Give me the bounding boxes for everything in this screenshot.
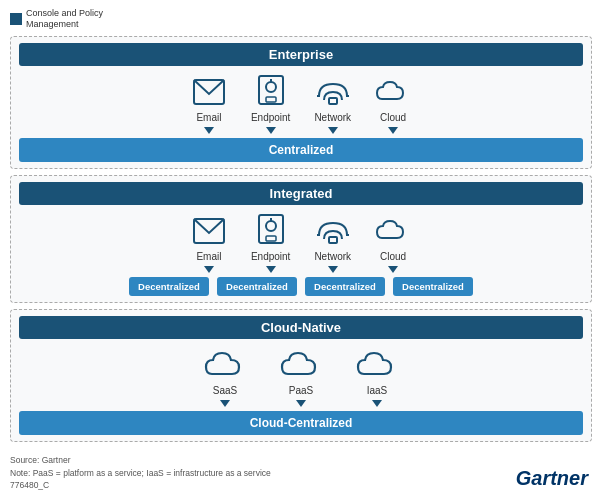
int-email-icon-item: Email [191, 213, 227, 273]
cloud-label: Cloud [380, 112, 406, 123]
enterprise-bottom-bar: Centralized [19, 138, 583, 162]
enterprise-section: Enterprise Email [10, 36, 592, 169]
decentral-btn-0: Decentralized [129, 277, 209, 296]
svg-rect-13 [329, 237, 337, 243]
endpoint-icon [253, 74, 289, 110]
iaas-icon-item: IaaS [359, 347, 395, 407]
paas-arrow [296, 400, 306, 407]
svg-rect-5 [329, 98, 337, 104]
paas-icon-item: PaaS [283, 347, 319, 407]
gartner-logo: Gartner [516, 467, 588, 490]
int-email-label: Email [196, 251, 221, 262]
network-icon [315, 74, 351, 110]
network-label: Network [314, 112, 351, 123]
svg-rect-12 [266, 236, 276, 241]
paas-cloud-icon [283, 347, 319, 383]
footer-note: Note: PaaS = platform as a service; IaaS… [10, 467, 592, 480]
network-arrow [328, 127, 338, 134]
int-network-icon-item: Network [314, 213, 351, 273]
iaas-arrow [372, 400, 382, 407]
svg-point-10 [266, 221, 276, 231]
integrated-header: Integrated [19, 182, 583, 205]
legend: Console and PolicyManagement [10, 8, 592, 30]
integrated-icons-row: Email Endpoint [19, 213, 583, 273]
int-endpoint-icon [253, 213, 289, 249]
int-cloud-icon [375, 213, 411, 249]
legend-label: Console and PolicyManagement [26, 8, 103, 30]
cloud-native-bottom-bar: Cloud-Centralized [19, 411, 583, 435]
legend-box [10, 13, 22, 25]
email-arrow [204, 127, 214, 134]
int-network-arrow [328, 266, 338, 273]
endpoint-icon-item: Endpoint [251, 74, 290, 134]
cloud-icon [375, 74, 411, 110]
int-cloud-icon-item: Cloud [375, 213, 411, 273]
cloud-native-section: Cloud-Native SaaS [10, 309, 592, 442]
svg-point-2 [266, 82, 276, 92]
endpoint-label: Endpoint [251, 112, 290, 123]
page-wrapper: Console and PolicyManagement Enterprise … [0, 0, 602, 500]
int-endpoint-label: Endpoint [251, 251, 290, 262]
iaas-label: IaaS [367, 385, 388, 396]
int-endpoint-arrow [266, 266, 276, 273]
int-cloud-arrow [388, 266, 398, 273]
svg-rect-4 [266, 97, 276, 102]
int-cloud-label: Cloud [380, 251, 406, 262]
email-icon [191, 74, 227, 110]
enterprise-icons-row: Email Endpoint [19, 74, 583, 134]
email-label: Email [196, 112, 221, 123]
saas-arrow [220, 400, 230, 407]
cloud-native-header: Cloud-Native [19, 316, 583, 339]
cloud-icon-item: Cloud [375, 74, 411, 134]
decentral-btn-2: Decentralized [305, 277, 385, 296]
cloud-native-icons-row: SaaS PaaS [19, 347, 583, 407]
integrated-section: Integrated Email [10, 175, 592, 303]
sections-container: Enterprise Email [10, 36, 592, 448]
footer-code: 776480_C [10, 479, 592, 492]
decentral-btn-3: Decentralized [393, 277, 473, 296]
footer: Source: Gartner Note: PaaS = platform as… [10, 454, 592, 492]
email-icon-item: Email [191, 74, 227, 134]
saas-icon-item: SaaS [207, 347, 243, 407]
decentral-row: Decentralized Decentralized Decentralize… [19, 277, 583, 296]
decentral-btn-1: Decentralized [217, 277, 297, 296]
int-email-arrow [204, 266, 214, 273]
enterprise-header: Enterprise [19, 43, 583, 66]
int-email-icon [191, 213, 227, 249]
int-network-label: Network [314, 251, 351, 262]
saas-label: SaaS [213, 385, 237, 396]
cloud-arrow [388, 127, 398, 134]
saas-cloud-icon [207, 347, 243, 383]
int-endpoint-icon-item: Endpoint [251, 213, 290, 273]
footer-source: Source: Gartner [10, 454, 592, 467]
endpoint-arrow [266, 127, 276, 134]
iaas-cloud-icon [359, 347, 395, 383]
network-icon-item: Network [314, 74, 351, 134]
paas-label: PaaS [289, 385, 313, 396]
int-network-icon [315, 213, 351, 249]
